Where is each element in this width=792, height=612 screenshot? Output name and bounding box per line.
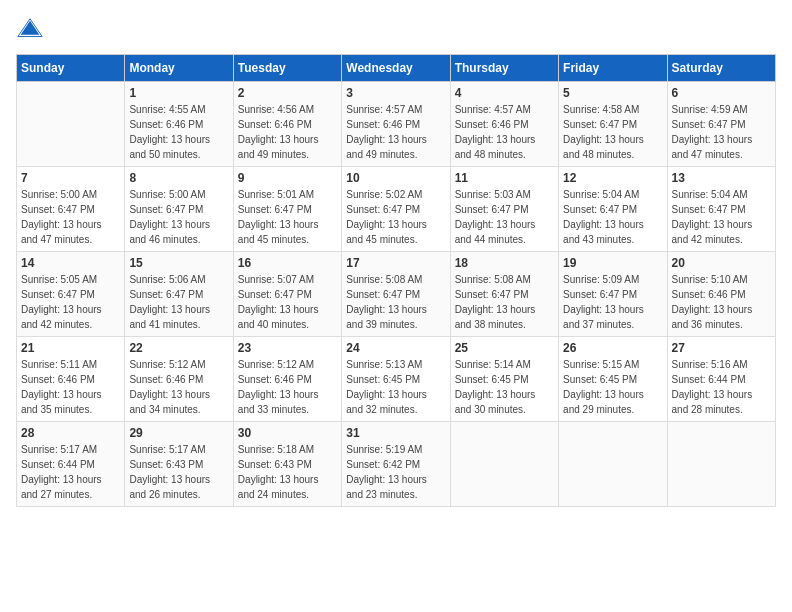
day-number: 8 [129, 171, 228, 185]
day-info: Sunrise: 5:01 AM Sunset: 6:47 PM Dayligh… [238, 187, 337, 247]
day-number: 26 [563, 341, 662, 355]
weekday-header: Sunday [17, 55, 125, 82]
logo [16, 16, 46, 44]
day-number: 13 [672, 171, 771, 185]
day-number: 5 [563, 86, 662, 100]
day-number: 6 [672, 86, 771, 100]
weekday-header: Saturday [667, 55, 775, 82]
day-number: 30 [238, 426, 337, 440]
day-info: Sunrise: 5:04 AM Sunset: 6:47 PM Dayligh… [672, 187, 771, 247]
calendar-table: SundayMondayTuesdayWednesdayThursdayFrid… [16, 54, 776, 507]
day-info: Sunrise: 5:12 AM Sunset: 6:46 PM Dayligh… [129, 357, 228, 417]
day-info: Sunrise: 5:14 AM Sunset: 6:45 PM Dayligh… [455, 357, 554, 417]
day-info: Sunrise: 5:02 AM Sunset: 6:47 PM Dayligh… [346, 187, 445, 247]
calendar-cell [17, 82, 125, 167]
day-number: 18 [455, 256, 554, 270]
calendar-cell: 17Sunrise: 5:08 AM Sunset: 6:47 PM Dayli… [342, 252, 450, 337]
day-info: Sunrise: 5:12 AM Sunset: 6:46 PM Dayligh… [238, 357, 337, 417]
calendar-cell: 10Sunrise: 5:02 AM Sunset: 6:47 PM Dayli… [342, 167, 450, 252]
day-number: 2 [238, 86, 337, 100]
calendar-cell: 7Sunrise: 5:00 AM Sunset: 6:47 PM Daylig… [17, 167, 125, 252]
calendar-cell: 26Sunrise: 5:15 AM Sunset: 6:45 PM Dayli… [559, 337, 667, 422]
day-number: 9 [238, 171, 337, 185]
day-info: Sunrise: 5:00 AM Sunset: 6:47 PM Dayligh… [21, 187, 120, 247]
calendar-cell: 20Sunrise: 5:10 AM Sunset: 6:46 PM Dayli… [667, 252, 775, 337]
day-info: Sunrise: 5:00 AM Sunset: 6:47 PM Dayligh… [129, 187, 228, 247]
calendar-cell: 2Sunrise: 4:56 AM Sunset: 6:46 PM Daylig… [233, 82, 341, 167]
calendar-cell: 1Sunrise: 4:55 AM Sunset: 6:46 PM Daylig… [125, 82, 233, 167]
calendar-cell: 27Sunrise: 5:16 AM Sunset: 6:44 PM Dayli… [667, 337, 775, 422]
weekday-header: Friday [559, 55, 667, 82]
calendar-cell: 6Sunrise: 4:59 AM Sunset: 6:47 PM Daylig… [667, 82, 775, 167]
day-number: 3 [346, 86, 445, 100]
day-info: Sunrise: 5:06 AM Sunset: 6:47 PM Dayligh… [129, 272, 228, 332]
calendar-cell: 5Sunrise: 4:58 AM Sunset: 6:47 PM Daylig… [559, 82, 667, 167]
calendar-week-row: 28Sunrise: 5:17 AM Sunset: 6:44 PM Dayli… [17, 422, 776, 507]
day-number: 23 [238, 341, 337, 355]
day-info: Sunrise: 4:57 AM Sunset: 6:46 PM Dayligh… [455, 102, 554, 162]
weekday-header: Monday [125, 55, 233, 82]
day-info: Sunrise: 4:56 AM Sunset: 6:46 PM Dayligh… [238, 102, 337, 162]
day-number: 11 [455, 171, 554, 185]
calendar-body: 1Sunrise: 4:55 AM Sunset: 6:46 PM Daylig… [17, 82, 776, 507]
day-info: Sunrise: 5:17 AM Sunset: 6:43 PM Dayligh… [129, 442, 228, 502]
day-number: 19 [563, 256, 662, 270]
calendar-cell: 11Sunrise: 5:03 AM Sunset: 6:47 PM Dayli… [450, 167, 558, 252]
day-info: Sunrise: 5:04 AM Sunset: 6:47 PM Dayligh… [563, 187, 662, 247]
calendar-week-row: 21Sunrise: 5:11 AM Sunset: 6:46 PM Dayli… [17, 337, 776, 422]
calendar-week-row: 1Sunrise: 4:55 AM Sunset: 6:46 PM Daylig… [17, 82, 776, 167]
day-info: Sunrise: 5:18 AM Sunset: 6:43 PM Dayligh… [238, 442, 337, 502]
calendar-cell: 22Sunrise: 5:12 AM Sunset: 6:46 PM Dayli… [125, 337, 233, 422]
weekday-header: Thursday [450, 55, 558, 82]
day-number: 21 [21, 341, 120, 355]
calendar-cell: 28Sunrise: 5:17 AM Sunset: 6:44 PM Dayli… [17, 422, 125, 507]
day-number: 22 [129, 341, 228, 355]
calendar-cell: 25Sunrise: 5:14 AM Sunset: 6:45 PM Dayli… [450, 337, 558, 422]
calendar-cell: 14Sunrise: 5:05 AM Sunset: 6:47 PM Dayli… [17, 252, 125, 337]
calendar-cell: 23Sunrise: 5:12 AM Sunset: 6:46 PM Dayli… [233, 337, 341, 422]
calendar-cell: 16Sunrise: 5:07 AM Sunset: 6:47 PM Dayli… [233, 252, 341, 337]
day-info: Sunrise: 5:07 AM Sunset: 6:47 PM Dayligh… [238, 272, 337, 332]
calendar-cell: 19Sunrise: 5:09 AM Sunset: 6:47 PM Dayli… [559, 252, 667, 337]
day-number: 15 [129, 256, 228, 270]
calendar-cell: 9Sunrise: 5:01 AM Sunset: 6:47 PM Daylig… [233, 167, 341, 252]
day-info: Sunrise: 5:11 AM Sunset: 6:46 PM Dayligh… [21, 357, 120, 417]
day-info: Sunrise: 5:09 AM Sunset: 6:47 PM Dayligh… [563, 272, 662, 332]
calendar-cell: 21Sunrise: 5:11 AM Sunset: 6:46 PM Dayli… [17, 337, 125, 422]
day-info: Sunrise: 4:57 AM Sunset: 6:46 PM Dayligh… [346, 102, 445, 162]
day-info: Sunrise: 5:05 AM Sunset: 6:47 PM Dayligh… [21, 272, 120, 332]
day-info: Sunrise: 5:08 AM Sunset: 6:47 PM Dayligh… [346, 272, 445, 332]
day-info: Sunrise: 5:10 AM Sunset: 6:46 PM Dayligh… [672, 272, 771, 332]
day-number: 10 [346, 171, 445, 185]
day-info: Sunrise: 5:08 AM Sunset: 6:47 PM Dayligh… [455, 272, 554, 332]
day-info: Sunrise: 5:03 AM Sunset: 6:47 PM Dayligh… [455, 187, 554, 247]
day-number: 7 [21, 171, 120, 185]
calendar-header: SundayMondayTuesdayWednesdayThursdayFrid… [17, 55, 776, 82]
day-info: Sunrise: 5:19 AM Sunset: 6:42 PM Dayligh… [346, 442, 445, 502]
day-number: 17 [346, 256, 445, 270]
calendar-week-row: 14Sunrise: 5:05 AM Sunset: 6:47 PM Dayli… [17, 252, 776, 337]
day-info: Sunrise: 5:17 AM Sunset: 6:44 PM Dayligh… [21, 442, 120, 502]
day-number: 27 [672, 341, 771, 355]
day-number: 20 [672, 256, 771, 270]
day-number: 24 [346, 341, 445, 355]
calendar-cell: 4Sunrise: 4:57 AM Sunset: 6:46 PM Daylig… [450, 82, 558, 167]
day-number: 31 [346, 426, 445, 440]
calendar-cell: 15Sunrise: 5:06 AM Sunset: 6:47 PM Dayli… [125, 252, 233, 337]
calendar-cell: 30Sunrise: 5:18 AM Sunset: 6:43 PM Dayli… [233, 422, 341, 507]
calendar-cell: 3Sunrise: 4:57 AM Sunset: 6:46 PM Daylig… [342, 82, 450, 167]
day-number: 25 [455, 341, 554, 355]
header [16, 16, 776, 44]
day-number: 29 [129, 426, 228, 440]
calendar-cell: 29Sunrise: 5:17 AM Sunset: 6:43 PM Dayli… [125, 422, 233, 507]
calendar-cell [450, 422, 558, 507]
day-info: Sunrise: 5:15 AM Sunset: 6:45 PM Dayligh… [563, 357, 662, 417]
calendar-cell: 8Sunrise: 5:00 AM Sunset: 6:47 PM Daylig… [125, 167, 233, 252]
day-info: Sunrise: 4:58 AM Sunset: 6:47 PM Dayligh… [563, 102, 662, 162]
weekday-header: Tuesday [233, 55, 341, 82]
logo-icon [16, 16, 44, 44]
day-number: 12 [563, 171, 662, 185]
weekday-header-row: SundayMondayTuesdayWednesdayThursdayFrid… [17, 55, 776, 82]
day-info: Sunrise: 5:16 AM Sunset: 6:44 PM Dayligh… [672, 357, 771, 417]
day-number: 16 [238, 256, 337, 270]
